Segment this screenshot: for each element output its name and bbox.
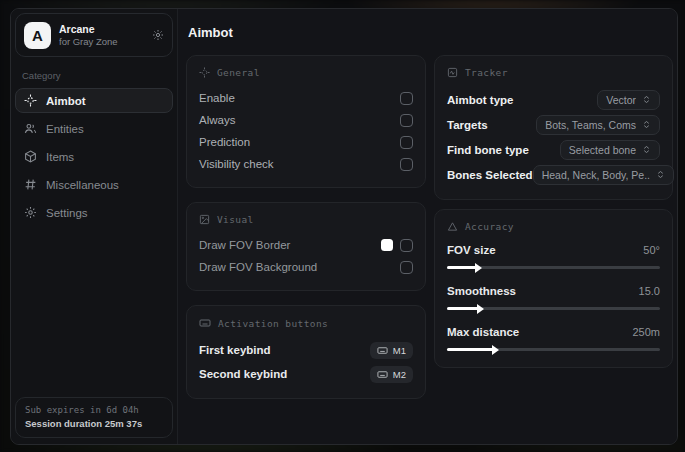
crosshair-icon	[199, 67, 210, 78]
slider-fill	[447, 266, 477, 269]
main-panel: Aimbot General Enable Alw	[178, 9, 678, 444]
gear-icon[interactable]	[152, 29, 164, 41]
select-label: Targets	[447, 119, 488, 131]
dropdown-value: Head, Neck, Body, Pe..	[542, 169, 650, 181]
chevron-up-down-icon	[642, 119, 651, 130]
sidebar-item-entities[interactable]: Entities	[15, 116, 173, 141]
fov-size-slider[interactable]	[447, 266, 660, 269]
hash-icon	[24, 178, 37, 191]
tracker-card: Tracker Aimbot type Vector Targets	[434, 55, 673, 200]
general-card-header: General	[199, 67, 413, 78]
select-label: Aimbot type	[447, 94, 513, 106]
slider-fill	[447, 348, 494, 351]
brand-text: Arcane for Gray Zone	[59, 23, 144, 48]
visibility-check-checkbox[interactable]	[400, 158, 413, 171]
keybind-label: Second keybind	[199, 368, 287, 380]
slider-value: 50°	[643, 244, 660, 256]
category-label: Category	[22, 70, 166, 81]
toggle-row: Visibility check	[199, 153, 413, 175]
second-keybind-button[interactable]: M2	[370, 366, 413, 383]
slider-value: 250m	[632, 326, 660, 338]
activity-icon	[447, 67, 458, 78]
slider-label: Smoothness	[447, 285, 516, 297]
toggle-row: Enable	[199, 87, 413, 109]
keyboard-icon	[199, 317, 211, 329]
dropdown-value: Vector	[606, 94, 636, 106]
aimbot-type-dropdown[interactable]: Vector	[597, 90, 660, 110]
select-row: Find bone type Selected bone	[447, 137, 660, 162]
max-distance-slider[interactable]	[447, 348, 660, 351]
sidebar-item-label: Items	[46, 151, 74, 163]
sidebar-item-items[interactable]: Items	[15, 144, 173, 169]
always-checkbox[interactable]	[400, 114, 413, 127]
bones-selected-dropdown[interactable]: Head, Neck, Body, Pe..	[533, 165, 674, 185]
keybind-value: M1	[393, 345, 406, 356]
subscription-info-box: Sub expires in 6d 04h Session duration 2…	[15, 397, 173, 438]
page-title: Aimbot	[188, 25, 673, 40]
toggle-row: Prediction	[199, 131, 413, 153]
brand-subtitle: for Gray Zone	[59, 36, 144, 48]
card-title: Visual	[217, 214, 254, 225]
sidebar: A Arcane for Gray Zone Category Aimbot	[11, 9, 178, 444]
select-label: Bones Selected	[447, 169, 533, 181]
activation-card-header: Activation buttons	[199, 317, 413, 329]
chevron-up-down-icon	[642, 94, 651, 105]
toggle-label: Visibility check	[199, 158, 274, 170]
draw-fov-background-checkbox[interactable]	[400, 261, 413, 274]
slider-group: Smoothness 15.0	[447, 282, 660, 310]
sidebar-item-label: Entities	[46, 123, 84, 135]
select-label: Find bone type	[447, 144, 529, 156]
select-row: Targets Bots, Teams, Coms	[447, 112, 660, 137]
card-title: General	[217, 67, 260, 78]
keybind-row: Second keybind M2	[199, 362, 413, 386]
slider-thumb[interactable]	[477, 304, 484, 314]
keybind-value: M2	[393, 369, 406, 380]
sub-expiry-text: Sub expires in 6d 04h	[25, 405, 163, 415]
tracker-card-header: Tracker	[447, 67, 660, 78]
box-icon	[24, 150, 37, 163]
chevron-up-down-icon	[656, 169, 665, 180]
visual-card: Visual Draw FOV Border Draw FOV Backgrou…	[186, 202, 426, 291]
targets-dropdown[interactable]: Bots, Teams, Coms	[536, 115, 660, 135]
toggle-row: Draw FOV Border	[199, 234, 413, 256]
prediction-checkbox[interactable]	[400, 136, 413, 149]
select-row: Bones Selected Head, Neck, Body, Pe..	[447, 162, 660, 187]
toggle-label: Prediction	[199, 136, 250, 148]
session-duration-text: Session duration 25m 37s	[25, 418, 163, 429]
activation-card: Activation buttons First keybind M1 Seco…	[186, 305, 426, 399]
keyboard-icon	[377, 345, 388, 356]
toggle-row: Draw FOV Background	[199, 256, 413, 278]
card-title: Tracker	[465, 67, 508, 78]
enable-checkbox[interactable]	[400, 92, 413, 105]
slider-label: Max distance	[447, 326, 519, 338]
toggle-label: Draw FOV Background	[199, 261, 317, 273]
select-row: Aimbot type Vector	[447, 87, 660, 112]
brand-logo: A	[24, 22, 51, 49]
smoothness-slider[interactable]	[447, 307, 660, 310]
slider-value: 15.0	[639, 285, 660, 297]
crosshair-icon	[24, 94, 37, 107]
sidebar-item-settings[interactable]: Settings	[15, 200, 173, 225]
slider-thumb[interactable]	[475, 263, 482, 273]
draw-fov-border-checkbox[interactable]	[400, 239, 413, 252]
chevron-up-down-icon	[642, 144, 651, 155]
slider-thumb[interactable]	[492, 345, 499, 355]
brand-name: Arcane	[59, 23, 144, 36]
accuracy-card-header: Accuracy	[447, 221, 660, 232]
image-icon	[199, 214, 210, 225]
keybind-label: First keybind	[199, 344, 271, 356]
first-keybind-button[interactable]: M1	[370, 342, 413, 359]
sidebar-item-miscellaneous[interactable]: Miscellaneous	[15, 172, 173, 197]
toggle-label: Enable	[199, 92, 235, 104]
slider-group: FOV size 50°	[447, 241, 660, 269]
dropdown-value: Selected bone	[569, 144, 636, 156]
gear-icon	[24, 206, 37, 219]
keybind-row: First keybind M1	[199, 338, 413, 362]
dropdown-value: Bots, Teams, Coms	[545, 119, 636, 131]
sidebar-nav: Aimbot Entities Items Miscellaneous	[15, 88, 173, 225]
find-bone-type-dropdown[interactable]: Selected bone	[560, 140, 660, 160]
sidebar-item-aimbot[interactable]: Aimbot	[15, 88, 173, 113]
card-title: Activation buttons	[218, 318, 328, 329]
slider-label: FOV size	[447, 244, 496, 256]
fov-border-color-swatch[interactable]	[381, 239, 393, 251]
